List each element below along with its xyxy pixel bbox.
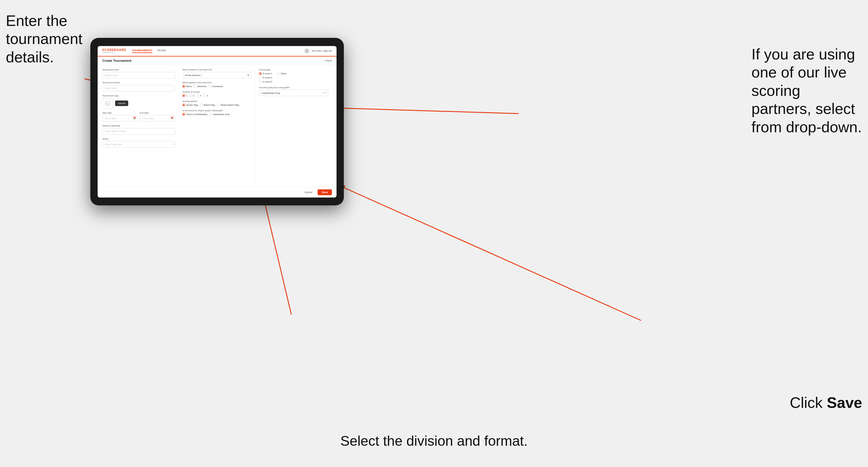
page-title: Create Tournament — [102, 59, 131, 62]
individuals-radio[interactable] — [209, 113, 212, 116]
scoring-stroke[interactable]: Stroke Play — [182, 103, 198, 106]
gender-combined[interactable]: Combined — [208, 85, 223, 88]
cancel-button[interactable]: Cancel — [301, 189, 315, 195]
teams-plus-individuals[interactable]: Teams (+Individuals) — [182, 113, 208, 116]
brand-sub: Powered by Clippit — [102, 52, 126, 53]
individuals-label: Individuals Only — [213, 113, 229, 116]
teams-radio-group: Teams (+Individuals) Individuals Only — [182, 113, 252, 116]
start-date-label: Start date — [102, 112, 137, 114]
logo-placeholder — [102, 98, 113, 109]
svg-rect-4 — [105, 101, 110, 105]
tablet-screen: SCOREBOARD Powered by Clippit TOURNAMENT… — [98, 46, 337, 197]
format-6count4[interactable]: 6 count 4 — [259, 76, 272, 79]
format-other-radio[interactable] — [277, 72, 280, 75]
nav-tournaments[interactable]: TOURNAMENTS — [132, 49, 152, 53]
logo-area: Upload — [102, 98, 175, 109]
format-5count4-radio[interactable] — [259, 72, 262, 75]
venue-input[interactable] — [102, 141, 175, 148]
division-select[interactable]: NCAA Division I — [182, 72, 252, 79]
gender-mens[interactable]: Mens — [182, 85, 192, 88]
navbar-right: Test User | Sign out — [305, 49, 332, 53]
format-row-3: 6 count 5 — [259, 81, 329, 83]
gender-womens-label: Womens — [197, 85, 206, 88]
nav-teams[interactable]: TEAMS — [157, 49, 166, 53]
format-6count5-radio[interactable] — [259, 81, 262, 83]
svg-point-5 — [106, 102, 107, 103]
scoring-match[interactable]: Match Play — [200, 103, 215, 106]
sponsor-input[interactable] — [102, 128, 175, 134]
tournament-name-input[interactable] — [102, 85, 175, 91]
rounds-2[interactable]: 2 — [189, 94, 194, 97]
teams-group: Is this event for Teams and/or Individua… — [182, 109, 252, 116]
format-row-1: 5 count 4 Other — [259, 72, 329, 75]
brand-name: SCOREBOARD — [102, 49, 126, 52]
sponsor-label: Sponsor (optional) — [102, 124, 175, 127]
format-5count4-label: 5 count 4 — [262, 72, 272, 75]
live-scoring-clear-icon[interactable]: ✕ — [324, 91, 327, 94]
gender-combined-label: Combined — [212, 85, 223, 88]
tournament-logo-group: Tournament logo Upload — [102, 94, 175, 109]
back-link[interactable]: < Back — [324, 59, 332, 62]
start-date-input[interactable] — [102, 115, 137, 122]
tournament-name-label: Tournament name — [102, 81, 175, 84]
calendar-icon-start: 📅 — [133, 117, 136, 120]
rounds-1-label: 1 — [186, 94, 187, 97]
format-5count4[interactable]: 5 count 4 — [259, 72, 272, 75]
scoring-stroke-label: Stroke Play — [186, 104, 198, 106]
scoring-radio-group: Stroke Play Match Play Medal Match Play — [182, 103, 252, 106]
format-other-label: Other — [281, 72, 286, 75]
scoring-medal-label: Medal Match Play — [221, 104, 239, 106]
user-avatar — [305, 49, 309, 53]
rounds-4-radio[interactable] — [203, 94, 206, 97]
format-other[interactable]: Other — [277, 72, 286, 75]
live-scoring-group: Use third-party live scoring API? ▾ ✕ — [259, 86, 329, 96]
rounds-2-radio[interactable] — [189, 94, 192, 97]
end-date-wrap: 📅 — [140, 115, 175, 122]
live-scoring-chevron-icon: ▾ — [322, 92, 324, 94]
format-row-2: 6 count 4 — [259, 76, 329, 79]
sponsor-group: Sponsor (optional) — [102, 124, 175, 134]
venue-group: Venue ▾ — [102, 137, 175, 148]
gender-mens-radio[interactable] — [182, 85, 185, 88]
upload-button[interactable]: Upload — [115, 100, 128, 106]
live-scoring-wrap: ▾ ✕ — [259, 90, 329, 96]
format-6count4-radio[interactable] — [259, 76, 262, 79]
tournament-host-group: Tournament Host — [102, 68, 175, 79]
tournament-host-label: Tournament Host — [102, 68, 175, 71]
individuals-only[interactable]: Individuals Only — [209, 113, 229, 116]
gender-combined-radio[interactable] — [208, 85, 211, 88]
user-label: Test User | Sign out — [311, 50, 332, 52]
rounds-3-radio[interactable] — [196, 94, 199, 97]
gender-radio-group: Mens Womens Combined — [182, 85, 252, 88]
rounds-3[interactable]: 3 — [196, 94, 201, 97]
scoring-stroke-radio[interactable] — [182, 103, 185, 106]
nav-links: TOURNAMENTS TEAMS — [132, 49, 305, 53]
format-6count5-label: 6 count 5 — [262, 81, 272, 83]
format-6count5[interactable]: 6 count 5 — [259, 81, 272, 83]
rounds-1-radio[interactable] — [182, 94, 185, 97]
page-header: Create Tournament < Back — [98, 57, 337, 65]
rounds-4[interactable]: 4 — [203, 94, 208, 97]
scoring-medal-radio[interactable] — [217, 103, 220, 106]
annotation-bottomright: Click Save — [789, 394, 862, 412]
venue-select-wrap: ▾ — [102, 141, 175, 148]
gender-label: Which gender is the event for? — [182, 81, 252, 84]
annotation-bottomcenter: Select the division and format. — [340, 433, 528, 449]
scoring-group: Scoring system Stroke Play Match Play — [182, 100, 252, 106]
format-type-label: Format type — [259, 68, 329, 71]
start-date-group: Start date 📅 — [102, 112, 137, 122]
live-scoring-input[interactable] — [259, 90, 329, 96]
gender-womens[interactable]: Womens — [193, 85, 206, 88]
save-button[interactable]: Save — [318, 189, 332, 195]
rounds-2-label: 2 — [193, 94, 194, 97]
rounds-3-label: 3 — [200, 94, 201, 97]
search-team-input[interactable] — [102, 72, 175, 79]
gender-womens-radio[interactable] — [193, 85, 196, 88]
end-date-input[interactable] — [140, 115, 175, 122]
start-date-wrap: 📅 — [102, 115, 137, 122]
gender-mens-label: Mens — [186, 85, 192, 88]
scoring-medal-match[interactable]: Medal Match Play — [217, 103, 239, 106]
rounds-1[interactable]: 1 — [182, 94, 187, 97]
scoring-match-radio[interactable] — [200, 103, 203, 106]
teams-radio[interactable] — [182, 113, 185, 116]
